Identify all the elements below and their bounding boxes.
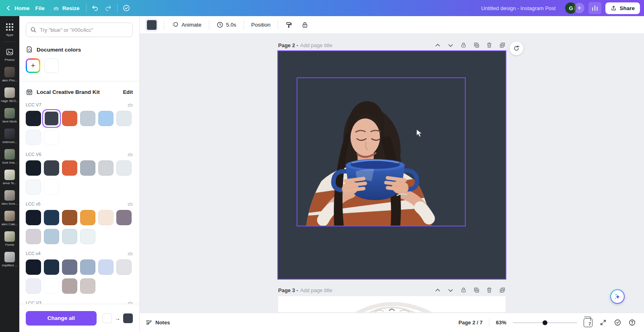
color-swatch[interactable]	[26, 160, 41, 176]
lock-page-button[interactable]	[460, 287, 467, 294]
color-swatch[interactable]	[44, 111, 59, 126]
sidebar-item-apps[interactable]: Apps	[0, 19, 19, 39]
color-swatch[interactable]	[98, 160, 114, 176]
sidebar-item-photos[interactable]: Photos	[0, 44, 19, 64]
color-swatch[interactable]	[116, 259, 132, 275]
color-swatch[interactable]	[80, 229, 95, 244]
ai-assistant-button[interactable]	[610, 289, 625, 304]
fill-color-button[interactable]	[145, 19, 158, 31]
replace-to-swatch[interactable]	[123, 313, 133, 323]
lock-page-button[interactable]	[460, 42, 467, 49]
duplicate-page-button[interactable]	[473, 287, 480, 294]
add-page-button[interactable]	[499, 42, 506, 49]
change-all-button[interactable]: Change all	[26, 311, 97, 326]
color-swatch[interactable]	[80, 111, 95, 126]
color-swatch[interactable]	[26, 130, 41, 145]
color-swatch[interactable]	[116, 210, 132, 225]
search-input[interactable]	[40, 27, 128, 33]
color-swatch[interactable]	[26, 229, 41, 244]
color-swatch[interactable]	[26, 278, 41, 294]
design-check-button[interactable]	[613, 319, 621, 327]
color-swatch[interactable]	[44, 160, 59, 176]
color-swatch[interactable]	[26, 111, 41, 126]
page3-canvas[interactable]	[278, 296, 506, 312]
color-swatch[interactable]	[44, 130, 59, 145]
share-button[interactable]: Share	[605, 2, 640, 14]
sidebar-item-stock-images[interactable]: tock Ima...	[0, 146, 19, 167]
canvas-area[interactable]: Page 2 - Add page title	[140, 34, 644, 313]
color-swatch[interactable]	[80, 259, 95, 275]
color-swatch[interactable]	[44, 259, 59, 275]
document-color-swatch[interactable]	[44, 58, 59, 73]
sidebar-item-florist[interactable]: Florist	[0, 228, 19, 249]
duplicate-page-button[interactable]	[473, 42, 480, 49]
animate-button[interactable]: Animate	[170, 19, 203, 31]
lock-button[interactable]	[300, 19, 310, 31]
brand-kit-edit-link[interactable]: Edit	[123, 89, 133, 95]
sidebar-item-image-seo[interactable]: nage SEO...	[0, 85, 19, 105]
color-swatch[interactable]	[62, 111, 77, 126]
copy-style-button[interactable]	[284, 19, 294, 31]
color-swatch[interactable]	[116, 111, 132, 126]
color-swatch[interactable]	[116, 160, 132, 176]
sidebar-item-simplified[interactable]: implified ...	[0, 249, 19, 270]
color-swatch[interactable]	[98, 111, 114, 126]
move-page-down-button[interactable]	[447, 42, 454, 49]
zoom-slider[interactable]	[513, 320, 577, 326]
color-search[interactable]	[26, 23, 133, 37]
redo-button[interactable]	[102, 2, 115, 14]
move-page-down-button[interactable]	[447, 287, 454, 294]
page2-canvas[interactable]	[278, 51, 506, 279]
regenerate-button[interactable]	[510, 42, 523, 55]
color-swatch[interactable]	[62, 160, 77, 176]
sidebar-item-canva-templates[interactable]: anva Te...	[0, 167, 19, 187]
zoom-slider-knob[interactable]	[543, 320, 547, 325]
move-page-up-button[interactable]	[434, 42, 441, 49]
grid-view-button[interactable]: 7	[584, 318, 592, 327]
delete-page-button[interactable]	[486, 42, 493, 49]
color-swatch[interactable]	[26, 179, 41, 195]
color-swatch[interactable]	[80, 278, 95, 294]
add-page-button[interactable]	[499, 287, 506, 294]
position-button[interactable]: Position	[250, 20, 272, 30]
notes-button[interactable]: Notes	[145, 319, 170, 326]
color-swatch[interactable]	[98, 259, 114, 275]
zoom-level[interactable]: 63%	[496, 320, 506, 326]
color-swatch[interactable]	[62, 229, 77, 244]
file-menu[interactable]: File	[31, 3, 49, 14]
color-swatch[interactable]	[26, 210, 41, 225]
color-swatch[interactable]	[98, 210, 114, 225]
help-button[interactable]	[628, 319, 636, 327]
color-swatch[interactable]	[80, 210, 95, 225]
color-swatch[interactable]	[44, 179, 59, 195]
color-swatch[interactable]	[80, 160, 95, 176]
sidebar-item-video-screen[interactable]: ideo Scre...	[0, 187, 19, 208]
sidebar-item-kalen-calendar[interactable]: alen Cale...	[0, 208, 19, 228]
fullscreen-button[interactable]	[599, 319, 607, 327]
color-swatch[interactable]	[62, 210, 77, 225]
color-swatch[interactable]	[44, 278, 59, 294]
replace-from-swatch[interactable]	[102, 313, 112, 323]
color-swatch[interactable]	[62, 278, 77, 294]
delete-page-button[interactable]	[486, 287, 493, 294]
insights-button[interactable]	[588, 2, 601, 14]
move-page-up-button[interactable]	[434, 287, 441, 294]
sidebar-item-testimonials[interactable]: estimoni...	[0, 126, 19, 146]
page-indicator[interactable]: Page 2 / 7	[458, 320, 483, 326]
sidebar-item-client-work[interactable]: lient Work	[0, 105, 19, 126]
sidebar-item-kalen-photos[interactable]: alen Pho...	[0, 64, 19, 85]
undo-button[interactable]	[89, 2, 102, 14]
duration-button[interactable]: 5.0s	[215, 19, 238, 30]
add-color-swatch[interactable]: +	[26, 58, 40, 73]
color-swatch[interactable]	[26, 259, 41, 275]
selected-image-frame[interactable]	[297, 77, 466, 226]
back-button[interactable]: Home	[3, 2, 31, 14]
color-swatch[interactable]	[44, 229, 59, 244]
page2-title-input[interactable]: Add page title	[300, 42, 332, 48]
resize-menu[interactable]: Resize	[49, 2, 84, 14]
color-swatch[interactable]	[62, 259, 77, 275]
add-member-button[interactable]: +	[574, 3, 584, 13]
color-swatch[interactable]	[44, 210, 59, 225]
document-title[interactable]: Untitled design - Instagram Post	[481, 5, 555, 11]
page3-title-input[interactable]: Add page title	[300, 287, 332, 293]
